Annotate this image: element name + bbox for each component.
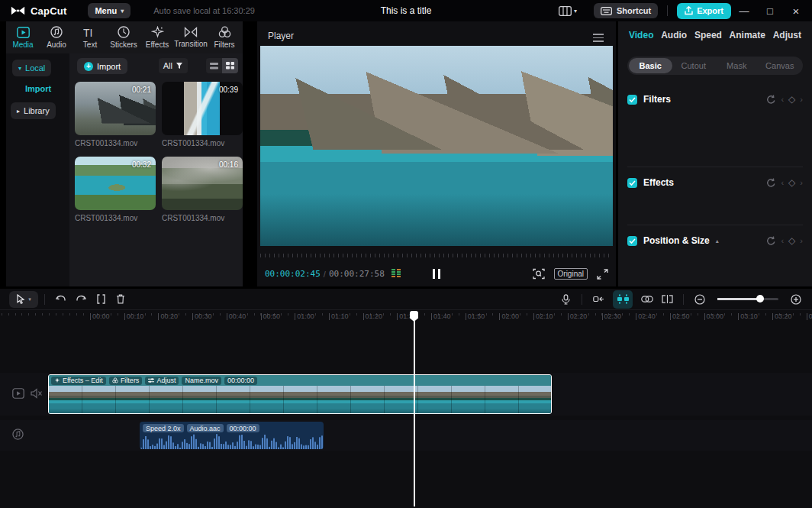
timeline-zoom-thumb[interactable]: [756, 295, 764, 303]
fullscreen-icon[interactable]: [597, 269, 608, 280]
keyframe-diamond-icon[interactable]: ◇: [788, 235, 795, 246]
list-view-button[interactable]: [206, 58, 222, 73]
export-button[interactable]: Export: [677, 3, 731, 19]
keyframe-prev-icon[interactable]: ‹: [781, 178, 784, 187]
player-scrub-strip[interactable]: [260, 249, 613, 257]
keyframe-prev-icon[interactable]: ‹: [781, 95, 784, 104]
reset-icon[interactable]: [766, 236, 776, 246]
audio-meter-icon[interactable]: [391, 269, 401, 279]
tab-video[interactable]: Video: [629, 30, 653, 40]
effects-badge[interactable]: Effects – Edit: [51, 377, 106, 385]
layout-button[interactable]: ▾: [559, 6, 577, 16]
redo-button[interactable]: [71, 291, 91, 308]
ruler-tick-label: 00:40: [227, 312, 246, 320]
subtab-cutout[interactable]: Cutout: [672, 58, 716, 73]
clip-filename-badge: Name.mov: [182, 377, 221, 385]
keyframe-next-icon[interactable]: ›: [800, 178, 803, 187]
zoom-in-button[interactable]: [786, 291, 806, 308]
tab-text[interactable]: TI Text: [73, 21, 107, 53]
tab-effects[interactable]: Effects: [140, 21, 174, 53]
adjust-badge[interactable]: Adjust: [145, 377, 179, 385]
shortcut-button[interactable]: Shortcut: [594, 3, 658, 18]
minimize-button[interactable]: —: [731, 5, 757, 17]
record-voiceover-button[interactable]: [556, 291, 575, 308]
chevron-down-icon: ▾: [121, 8, 124, 15]
sidebar-item-library[interactable]: ▸Library: [11, 102, 56, 119]
sidebar-item-local[interactable]: ▾Local: [12, 60, 51, 76]
list-view-icon: [210, 63, 218, 70]
undo-button[interactable]: [51, 291, 71, 308]
position-size-checkbox[interactable]: [627, 236, 637, 246]
tab-transition[interactable]: Transition: [174, 21, 208, 53]
sidebar-item-import[interactable]: Import: [25, 84, 51, 93]
media-item[interactable]: 00:21 CRST001334.mov: [75, 82, 156, 147]
collapse-arrow-icon[interactable]: ▴: [716, 238, 719, 244]
zoom-out-button[interactable]: [690, 291, 710, 308]
audio-clip[interactable]: Speed 2.0x Audio.aac 00:00:00: [140, 422, 324, 449]
ruler-tick-label: 00:10: [124, 312, 144, 320]
pause-button[interactable]: [433, 269, 440, 279]
ruler-tick-label: 02:10: [533, 312, 553, 320]
menu-button[interactable]: Menu▾: [88, 3, 130, 18]
filters-icon: [112, 377, 118, 383]
import-media-button[interactable]: + Import: [77, 58, 127, 74]
maximize-button[interactable]: □: [757, 5, 783, 17]
keyframe-diamond-icon[interactable]: ◇: [788, 94, 795, 105]
subtab-canvas[interactable]: Canvas: [759, 58, 802, 73]
original-resolution-button[interactable]: Original: [554, 268, 588, 280]
link-icon: [641, 296, 653, 303]
media-item[interactable]: 00:16 CRST001334.mov: [162, 157, 243, 222]
effects-checkbox[interactable]: [627, 178, 637, 188]
filmstrip-frame: [519, 386, 552, 413]
video-track-icon[interactable]: [12, 388, 24, 399]
inspector-subtabs: Basic Cutout Mask Canvas: [627, 57, 803, 75]
magnetic-snap-button[interactable]: [588, 291, 608, 308]
close-button[interactable]: ×: [783, 5, 809, 18]
video-clip[interactable]: Effects – Edit Filters Adjust Name.mov 0…: [48, 374, 552, 414]
auto-splice-button-active[interactable]: [613, 290, 633, 309]
media-source-sidebar: ▾Local Import ▸Library: [6, 53, 69, 286]
tab-stickers[interactable]: Stickers: [107, 21, 140, 53]
tab-filters[interactable]: Filters: [208, 21, 241, 53]
tab-animate[interactable]: Animate: [730, 30, 765, 40]
timeline-zoom-slider[interactable]: [717, 298, 778, 300]
video-viewport[interactable]: [260, 46, 613, 246]
layout-icon: [559, 6, 572, 16]
filter-all-dropdown[interactable]: All: [159, 58, 188, 73]
ruler-tick-label: 01:00: [295, 312, 314, 320]
overwrite-mode-button[interactable]: [657, 291, 677, 308]
tab-audio-settings[interactable]: Audio: [661, 30, 687, 40]
chevron-down-icon: ▾: [28, 296, 31, 303]
divider: [627, 167, 803, 167]
asset-tab-bar: Media Audio TI Text Stickers Effects Tra…: [6, 21, 243, 53]
subtab-basic[interactable]: Basic: [629, 58, 672, 73]
duration-badge: 00:21: [132, 86, 151, 94]
grid-view-icon: [226, 62, 234, 70]
media-item[interactable]: 00:39 CRST001334.mov: [162, 82, 243, 147]
filters-badge[interactable]: Filters: [109, 377, 143, 385]
player-menu-icon[interactable]: [593, 31, 604, 44]
filters-checkbox[interactable]: [627, 95, 637, 105]
keyframe-diamond-icon[interactable]: ◇: [788, 177, 795, 188]
keyframe-next-icon[interactable]: ›: [800, 95, 803, 104]
mute-track-icon[interactable]: [31, 388, 43, 399]
split-button[interactable]: [91, 291, 111, 308]
tab-media[interactable]: Media: [6, 21, 40, 53]
keyframe-next-icon[interactable]: ›: [800, 236, 803, 245]
grid-view-button[interactable]: [222, 58, 238, 73]
reset-icon[interactable]: [766, 95, 776, 105]
keyframe-prev-icon[interactable]: ‹: [781, 236, 784, 245]
audio-track-icon[interactable]: [12, 429, 24, 440]
subtab-mask[interactable]: Mask: [715, 58, 759, 73]
link-clips-button[interactable]: [637, 291, 657, 308]
fit-zoom-icon[interactable]: [533, 268, 545, 280]
tab-adjust[interactable]: Adjust: [773, 30, 801, 40]
media-item[interactable]: 00:32 CRST001334.mov: [75, 157, 156, 222]
delete-button[interactable]: [111, 291, 130, 308]
filmstrip-frame: [452, 386, 485, 413]
timeline-ruler[interactable]: 00:0000:1000:2000:3000:4000:5001:0001:10…: [0, 311, 812, 323]
tab-audio[interactable]: Audio: [40, 21, 73, 53]
tab-speed[interactable]: Speed: [694, 30, 722, 40]
select-tool-button[interactable]: ▾: [9, 291, 38, 308]
reset-icon[interactable]: [766, 178, 776, 188]
